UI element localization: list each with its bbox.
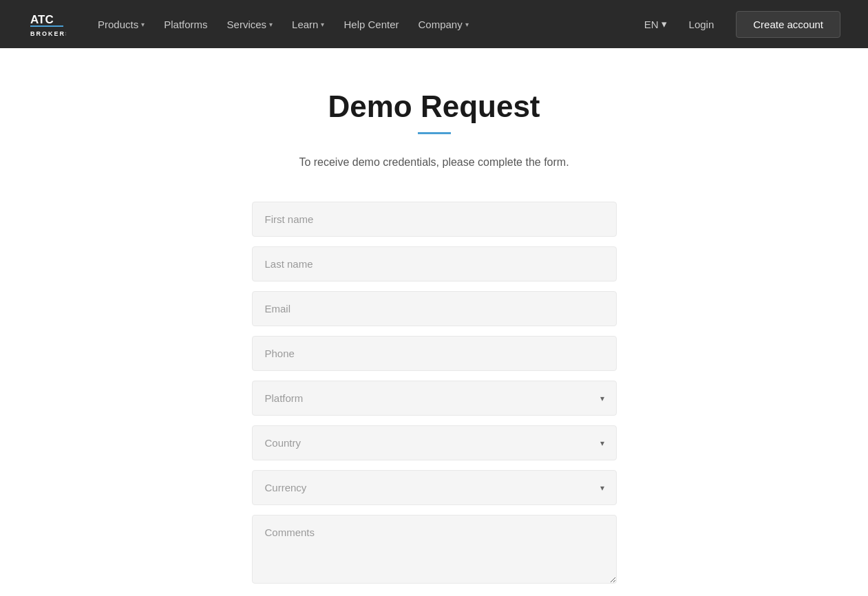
email-field[interactable]: [252, 291, 617, 326]
login-button[interactable]: Login: [681, 13, 723, 36]
platform-select-wrapper: Platform ▾: [252, 381, 617, 416]
page-title: Demo Request: [328, 89, 540, 124]
chevron-down-icon: ▾: [269, 21, 273, 28]
language-selector[interactable]: EN ▾: [644, 18, 667, 30]
nav-item-platforms[interactable]: Platforms: [157, 13, 214, 36]
svg-text:ATC: ATC: [30, 13, 54, 26]
phone-field[interactable]: [252, 336, 617, 371]
chevron-down-icon: ▾: [661, 18, 667, 30]
navbar: ATC BROKERS Products ▾ Platforms Service…: [0, 0, 868, 48]
chevron-down-icon: ▾: [321, 21, 324, 28]
chevron-down-icon: ▾: [465, 21, 469, 28]
nav-item-company[interactable]: Company ▾: [412, 13, 476, 36]
chevron-down-icon: ▾: [141, 21, 145, 28]
svg-text:BROKERS: BROKERS: [30, 30, 66, 37]
navbar-right: EN ▾ Login Create account: [644, 11, 840, 38]
nav-links: Products ▾ Platforms Services ▾ Learn ▾ …: [91, 13, 476, 36]
country-select[interactable]: Country: [252, 425, 617, 460]
nav-item-products[interactable]: Products ▾: [91, 13, 151, 36]
main-content: Demo Request To receive demo credentials…: [125, 48, 744, 596]
first-name-field[interactable]: [252, 202, 617, 237]
currency-select-wrapper: Currency ▾: [252, 470, 617, 505]
comments-field[interactable]: [252, 515, 617, 584]
navbar-left: ATC BROKERS Products ▾ Platforms Service…: [28, 7, 476, 41]
nav-item-services[interactable]: Services ▾: [220, 13, 280, 36]
nav-item-learn[interactable]: Learn ▾: [285, 13, 331, 36]
page-subtitle: To receive demo credentials, please comp…: [299, 156, 569, 169]
country-select-wrapper: Country ▾: [252, 425, 617, 460]
currency-select[interactable]: Currency: [252, 470, 617, 505]
platform-select[interactable]: Platform: [252, 381, 617, 416]
svg-rect-2: [30, 25, 63, 27]
title-underline: [418, 132, 451, 134]
nav-item-helpcenter[interactable]: Help Center: [337, 13, 405, 36]
logo[interactable]: ATC BROKERS: [28, 7, 66, 41]
demo-request-form: Platform ▾ Country ▾ Currency ▾: [252, 202, 617, 584]
create-account-button[interactable]: Create account: [736, 11, 840, 38]
last-name-field[interactable]: [252, 246, 617, 281]
